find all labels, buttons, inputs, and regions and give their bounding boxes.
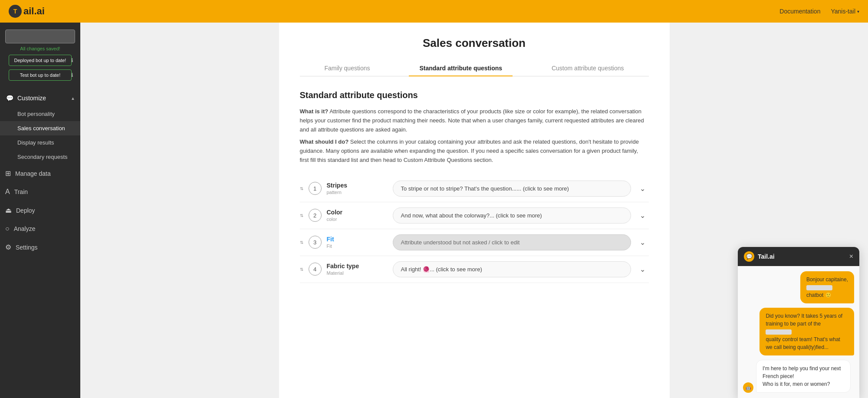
attribute-row-3: ⇅ 3 Fit Fit Attribute understood but not… xyxy=(300,229,649,256)
what-is-it-label: What is it? xyxy=(300,108,329,115)
attr-subname-1: pattern xyxy=(327,190,388,195)
attr-question-2[interactable]: And now, what about the colorway?... (cl… xyxy=(393,207,631,224)
tabs: Family questionsStandard attribute quest… xyxy=(300,60,649,76)
attribute-list: ⇅ 1 Stripes pattern To stripe or not to … xyxy=(300,175,649,283)
sidebar-nav: ⊞Manage dataATrain⏏Deploy○Analyze⚙Settin… xyxy=(0,164,80,257)
search-input[interactable] xyxy=(5,30,75,43)
collapse-icon: ▲ xyxy=(71,96,75,101)
attr-name-3: Fit xyxy=(327,236,388,243)
tab-custom-attribute-questions[interactable]: Custom attribute questions xyxy=(541,60,635,76)
attr-number-3: 3 xyxy=(309,236,322,249)
bot-avatar: 🤖 xyxy=(743,382,753,393)
chat-bot-message: 🤖 I'm here to help you find your next Fr… xyxy=(743,360,854,393)
attr-subname-4: Material xyxy=(327,270,388,276)
nav-icon-settings: ⚙ xyxy=(5,243,11,251)
nav-icon-deploy: ⏏ xyxy=(5,206,12,214)
chevron-down-icon: ▾ xyxy=(857,9,859,14)
attr-number-1: 1 xyxy=(309,182,322,195)
deployed-btn-row: Deployed bot up to date! ℹ xyxy=(5,53,75,68)
sidebar-item-bot-personality[interactable]: Bot personality xyxy=(0,107,80,121)
attr-question-3[interactable]: Attribute understood but not asked / cli… xyxy=(393,234,631,250)
nav-icon-manage data: ⊞ xyxy=(5,169,11,178)
attribute-row-2: ⇅ 2 Color color And now, what about the … xyxy=(300,202,649,229)
nav-item-settings[interactable]: ⚙Settings xyxy=(0,238,80,257)
chat-title: Tail.ai xyxy=(758,253,775,260)
attr-expand-4[interactable]: ⌄ xyxy=(636,263,649,275)
chat-widget: 💬 Tail.ai × Bonjour capitaine, chatbot 🙂… xyxy=(738,247,859,398)
sidebar-item-sales-conversation[interactable]: Sales conversation xyxy=(0,121,80,135)
nav-item-train[interactable]: ATrain xyxy=(0,183,80,201)
sort-handle-4[interactable]: ⇅ xyxy=(300,267,303,272)
customize-group[interactable]: 💬 Customize ▲ xyxy=(0,89,80,107)
sidebar-top: All changes saved! Deployed bot up to da… xyxy=(0,23,80,89)
chat-messages: Bonjour capitaine, chatbot 🙂 Did you kno… xyxy=(738,266,859,398)
attr-question-4[interactable]: All right! 🧶... (click to see more) xyxy=(393,261,631,277)
logo: T ail.ai xyxy=(9,5,45,18)
nav-item-analyze[interactable]: ○Analyze xyxy=(0,220,80,238)
attr-subname-3: Fit xyxy=(327,243,388,249)
sort-handle-2[interactable]: ⇅ xyxy=(300,213,303,218)
sidebar-item-display-results[interactable]: Display results xyxy=(0,135,80,150)
chat-header: 💬 Tail.ai × xyxy=(738,247,859,266)
attribute-row-1: ⇅ 1 Stripes pattern To stripe or not to … xyxy=(300,175,649,202)
logo-icon: T xyxy=(9,5,22,18)
attr-expand-2[interactable]: ⌄ xyxy=(636,210,649,221)
test-button[interactable]: Test bot up to date! xyxy=(9,69,72,81)
attr-name-1: Stripes xyxy=(327,182,388,189)
nav-icon-train: A xyxy=(5,188,10,196)
bot-bubble: I'm here to help you find your next Fren… xyxy=(756,360,851,393)
test-info-icon[interactable]: ℹ xyxy=(71,72,73,78)
attr-expand-3[interactable]: ⌄ xyxy=(636,237,649,248)
chat-message-2: Did you know? It takes 5 years of traini… xyxy=(760,308,854,355)
content-area: Sales conversation Family questionsStand… xyxy=(279,23,670,398)
user-menu[interactable]: Yanis-tail ▾ xyxy=(831,8,859,15)
documentation-link[interactable]: Documentation xyxy=(779,8,820,15)
test-btn-row: Test bot up to date! ℹ xyxy=(5,68,75,82)
tab-family-questions[interactable]: Family questions xyxy=(314,60,380,76)
what-is-it-desc: What is it? Attribute questions correspo… xyxy=(300,107,649,134)
what-should-label: What should I do? xyxy=(300,138,349,145)
attr-question-1[interactable]: To stripe or not to stripe? That's the q… xyxy=(393,181,631,197)
sort-handle-3[interactable]: ⇅ xyxy=(300,240,303,245)
top-nav: T ail.ai Documentation Yanis-tail ▾ xyxy=(0,0,868,23)
sidebar: All changes saved! Deployed bot up to da… xyxy=(0,23,80,398)
attr-number-2: 2 xyxy=(309,209,322,222)
nav-item-manage-data[interactable]: ⊞Manage data xyxy=(0,164,80,183)
attribute-row-4: ⇅ 4 Fabric type Material All right! 🧶...… xyxy=(300,256,649,283)
page-title: Sales conversation xyxy=(300,36,649,50)
what-should-desc: What should I do? Select the columns in … xyxy=(300,138,649,164)
nav-right: Documentation Yanis-tail ▾ xyxy=(779,8,859,15)
attr-number-4: 4 xyxy=(309,263,322,276)
sidebar-item-secondary-requests[interactable]: Secondary requests xyxy=(0,150,80,164)
tab-standard-attribute-questions[interactable]: Standard attribute questions xyxy=(409,60,513,76)
chat-message-1: Bonjour capitaine, chatbot 🙂 xyxy=(800,271,854,303)
nav-item-deploy[interactable]: ⏏Deploy xyxy=(0,201,80,220)
all-changes-saved: All changes saved! xyxy=(5,43,75,53)
deployed-button[interactable]: Deployed bot up to date! xyxy=(9,55,72,66)
sort-handle-1[interactable]: ⇅ xyxy=(300,186,303,191)
nav-icon-analyze: ○ xyxy=(5,225,10,233)
customize-icon: 💬 xyxy=(5,94,14,102)
chat-close-button[interactable]: × xyxy=(849,253,853,260)
attr-name-4: Fabric type xyxy=(327,263,388,270)
attr-name-2: Color xyxy=(327,209,388,216)
section-title: Standard attribute questions xyxy=(300,90,649,100)
attr-expand-1[interactable]: ⌄ xyxy=(636,183,649,194)
attr-subname-2: color xyxy=(327,217,388,222)
deployed-info-icon[interactable]: ℹ xyxy=(71,57,73,63)
sidebar-subnav: Bot personalitySales conversationDisplay… xyxy=(0,107,80,164)
chat-header-icon: 💬 xyxy=(744,251,754,262)
